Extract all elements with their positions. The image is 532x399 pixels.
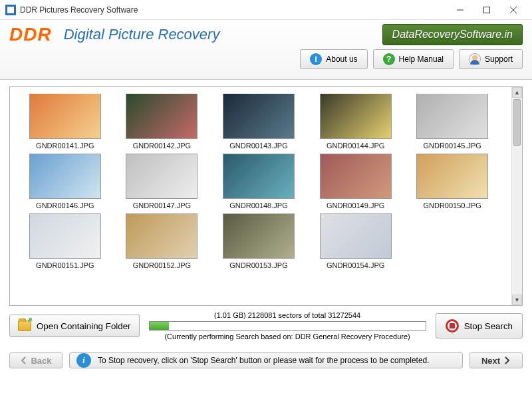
thumbnail-item[interactable]: GNDR00153.JPG [211, 213, 306, 269]
ddr-logo: DDR [9, 24, 52, 45]
close-button[interactable] [500, 0, 527, 20]
titlebar: DDR Pictures Recovery Software [0, 0, 532, 20]
thumbnail-item[interactable]: GNDR00144.JPG [309, 94, 403, 150]
thumbnail-filename: GNDR00149.JPG [309, 201, 403, 209]
thumbnail-image[interactable] [126, 154, 198, 199]
thumbnail-item[interactable]: GNDR00152.JPG [115, 213, 209, 269]
thumbnail-image[interactable] [416, 94, 488, 139]
thumbnail-image[interactable] [29, 94, 101, 139]
thumbnail-filename: GNDR00145.JPG [405, 142, 499, 150]
support-button[interactable]: Support [459, 49, 523, 69]
progress-sectors-text: (1.01 GB) 2128081 sectors of total 31272… [149, 311, 426, 319]
thumbnail-item[interactable]: GNDR00154.JPG [309, 213, 403, 269]
thumbnail-item[interactable]: GNDR00146.JPG [18, 154, 112, 209]
thumbnail-item[interactable]: GNDR00141.JPG [18, 94, 112, 150]
back-button: Back [9, 352, 63, 368]
thumbnail-item[interactable]: GNDR00148.JPG [211, 154, 306, 209]
status-text: To Stop recovery, click on 'Stop Search'… [98, 356, 430, 365]
help-manual-button[interactable]: ? Help Manual [373, 49, 454, 69]
thumbnail-image[interactable] [320, 94, 392, 139]
minimize-button[interactable] [447, 0, 473, 20]
about-us-button[interactable]: i About us [300, 49, 367, 69]
open-containing-folder-button[interactable]: Open Containing Folder [9, 315, 140, 337]
thumbnails-panel: GNDR00141.JPGGNDR00142.JPGGNDR00143.JPGG… [9, 86, 523, 306]
brand-badge: DataRecoverySoftware.in [382, 24, 523, 45]
scroll-thumb[interactable] [513, 99, 521, 146]
next-label: Next [481, 356, 500, 366]
thumbnail-image[interactable] [126, 213, 198, 259]
action-row: Open Containing Folder (1.01 GB) 2128081… [9, 311, 523, 340]
thumbnail-image[interactable] [320, 213, 392, 259]
scroll-up-arrow[interactable]: ▲ [512, 87, 522, 98]
progress-bar [149, 321, 426, 331]
stop-search-button[interactable]: Stop Search [436, 313, 523, 338]
thumbnail-filename: GNDR00150.JPG [405, 201, 499, 209]
next-arrow-icon [503, 356, 511, 364]
help-label: Help Manual [399, 55, 444, 64]
thumbnail-item[interactable]: GNDR00151.JPG [18, 213, 112, 269]
scroll-down-arrow[interactable]: ▼ [512, 295, 522, 305]
thumbnail-image[interactable] [223, 154, 295, 199]
back-arrow-icon [20, 356, 28, 364]
stop-label: Stop Search [464, 321, 513, 331]
folder-icon [18, 321, 31, 331]
svg-rect-1 [7, 7, 14, 13]
svg-rect-3 [484, 7, 490, 13]
open-folder-label: Open Containing Folder [37, 321, 131, 331]
header: DDR Digital Picture Recovery DataRecover… [0, 20, 532, 80]
info-icon: i [76, 353, 91, 368]
thumbnail-image[interactable] [29, 154, 101, 199]
thumbnail-image[interactable] [126, 94, 198, 139]
thumbnail-image[interactable] [223, 94, 295, 139]
thumbnail-filename: GNDR00141.JPG [18, 142, 112, 150]
thumbnail-filename: GNDR00144.JPG [309, 142, 403, 150]
progress-area: (1.01 GB) 2128081 sectors of total 31272… [149, 311, 426, 340]
help-icon: ? [383, 53, 395, 65]
scrollbar[interactable]: ▲ ▼ [511, 87, 522, 305]
thumbnail-item[interactable]: GNDR00150.JPG [405, 154, 499, 209]
thumbnail-filename: GNDR00148.JPG [211, 201, 306, 209]
thumbnail-item[interactable]: GNDR00142.JPG [115, 94, 209, 150]
info-icon: i [310, 53, 322, 65]
thumbnail-image[interactable] [223, 213, 295, 259]
thumbnail-grid: GNDR00141.JPGGNDR00142.JPGGNDR00143.JPGG… [10, 87, 511, 276]
thumbnail-filename: GNDR00143.JPG [211, 142, 306, 150]
status-bar: i To Stop recovery, click on 'Stop Searc… [69, 352, 463, 368]
thumbnail-filename: GNDR00153.JPG [211, 261, 306, 269]
window-title: DDR Pictures Recovery Software [20, 5, 447, 15]
progress-mode-text: (Currently performing Search based on: D… [149, 332, 426, 340]
scroll-track[interactable] [512, 98, 522, 295]
stop-icon [446, 319, 459, 332]
thumbnail-item[interactable]: GNDR00149.JPG [309, 154, 403, 209]
footer: Back i To Stop recovery, click on 'Stop … [0, 347, 532, 375]
support-icon [469, 53, 481, 65]
app-icon [5, 5, 16, 15]
thumbnail-filename: GNDR00154.JPG [309, 261, 403, 269]
content: GNDR00141.JPGGNDR00142.JPGGNDR00143.JPGG… [0, 80, 532, 347]
thumbnail-image[interactable] [29, 213, 101, 259]
thumbnail-image[interactable] [320, 154, 392, 199]
thumbnail-filename: GNDR00147.JPG [115, 201, 209, 209]
about-label: About us [326, 55, 357, 64]
maximize-button[interactable] [473, 0, 500, 20]
app-name: Digital Picture Recovery [64, 26, 382, 43]
thumbnail-item[interactable]: GNDR00143.JPG [211, 94, 306, 150]
thumbnail-filename: GNDR00152.JPG [115, 261, 209, 269]
back-label: Back [31, 356, 51, 366]
thumbnail-filename: GNDR00142.JPG [115, 142, 209, 150]
next-button[interactable]: Next [469, 352, 523, 368]
thumbnail-filename: GNDR00146.JPG [18, 201, 112, 209]
thumbnail-item[interactable]: GNDR00147.JPG [115, 154, 209, 209]
thumbnail-image[interactable] [416, 154, 488, 199]
thumbnail-item[interactable]: GNDR00145.JPG [405, 94, 499, 150]
thumbnail-filename: GNDR00151.JPG [18, 261, 112, 269]
progress-fill [150, 322, 169, 330]
support-label: Support [485, 55, 513, 64]
